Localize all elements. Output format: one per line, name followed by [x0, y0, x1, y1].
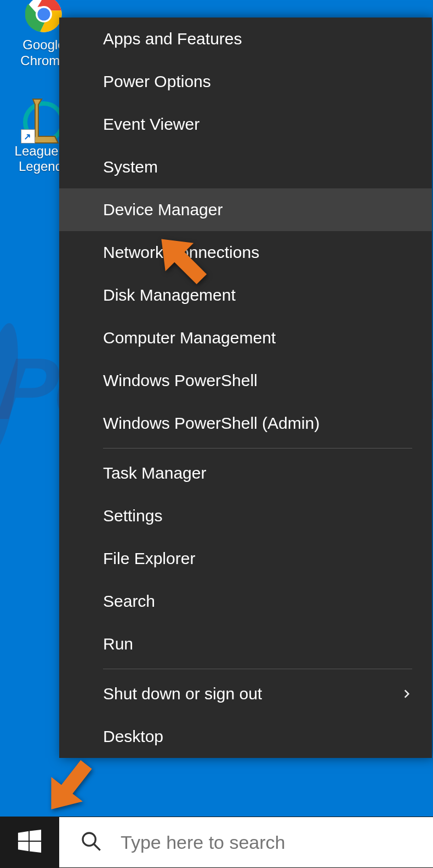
svg-point-4	[83, 833, 95, 846]
menu-item-desktop[interactable]: Desktop	[59, 715, 432, 758]
windows-logo-icon	[17, 829, 42, 856]
menu-item-shut-down-or-sign-out[interactable]: Shut down or sign out	[59, 672, 432, 715]
menu-item-label: Power Options	[103, 72, 211, 91]
menu-item-label: Device Manager	[103, 200, 223, 219]
menu-item-label: Disk Management	[103, 286, 236, 304]
chevron-right-icon	[401, 685, 412, 703]
menu-item-label: Settings	[103, 507, 162, 525]
menu-item-label: Windows PowerShell (Admin)	[103, 414, 320, 433]
menu-separator	[103, 448, 412, 449]
menu-item-label: File Explorer	[103, 549, 195, 568]
svg-point-2	[37, 8, 50, 20]
menu-item-run[interactable]: Run	[59, 623, 432, 665]
menu-item-label: Apps and Features	[103, 30, 242, 48]
menu-item-label: Run	[103, 635, 133, 653]
menu-item-settings[interactable]: Settings	[59, 495, 432, 537]
menu-item-label: Event Viewer	[103, 115, 200, 134]
menu-item-label: Task Manager	[103, 464, 206, 482]
menu-item-disk-management[interactable]: Disk Management	[59, 274, 432, 317]
menu-item-label: Desktop	[103, 727, 163, 746]
taskbar-search-box[interactable]	[59, 817, 433, 867]
menu-item-task-manager[interactable]: Task Manager	[59, 452, 432, 495]
menu-item-label: Shut down or sign out	[103, 685, 262, 703]
menu-item-system[interactable]: System	[59, 146, 432, 188]
menu-item-power-options[interactable]: Power Options	[59, 60, 432, 103]
svg-line-5	[94, 844, 100, 850]
search-input[interactable]	[121, 832, 433, 853]
menu-item-event-viewer[interactable]: Event Viewer	[59, 103, 432, 146]
menu-item-windows-powershell[interactable]: Windows PowerShell	[59, 359, 432, 402]
start-button[interactable]	[0, 817, 59, 868]
menu-item-label: Windows PowerShell	[103, 371, 258, 390]
taskbar	[0, 817, 433, 868]
menu-item-label: Computer Management	[103, 329, 276, 347]
menu-item-label: System	[103, 158, 158, 176]
menu-item-apps-and-features[interactable]: Apps and Features	[59, 18, 432, 60]
search-icon	[80, 830, 102, 854]
menu-item-windows-powershell-admin-[interactable]: Windows PowerShell (Admin)	[59, 402, 432, 445]
menu-item-search[interactable]: Search	[59, 580, 432, 623]
menu-separator	[103, 669, 412, 669]
menu-item-network-connections[interactable]: Network Connections	[59, 231, 432, 274]
winx-context-menu: Apps and FeaturesPower OptionsEvent View…	[59, 18, 432, 758]
shortcut-arrow-icon	[21, 129, 35, 143]
menu-item-label: Search	[103, 592, 155, 611]
menu-item-file-explorer[interactable]: File Explorer	[59, 537, 432, 580]
menu-item-computer-management[interactable]: Computer Management	[59, 317, 432, 359]
menu-item-label: Network Connections	[103, 243, 259, 262]
annotation-arrow-icon	[34, 750, 105, 821]
menu-item-device-manager[interactable]: Device Manager	[59, 188, 432, 231]
